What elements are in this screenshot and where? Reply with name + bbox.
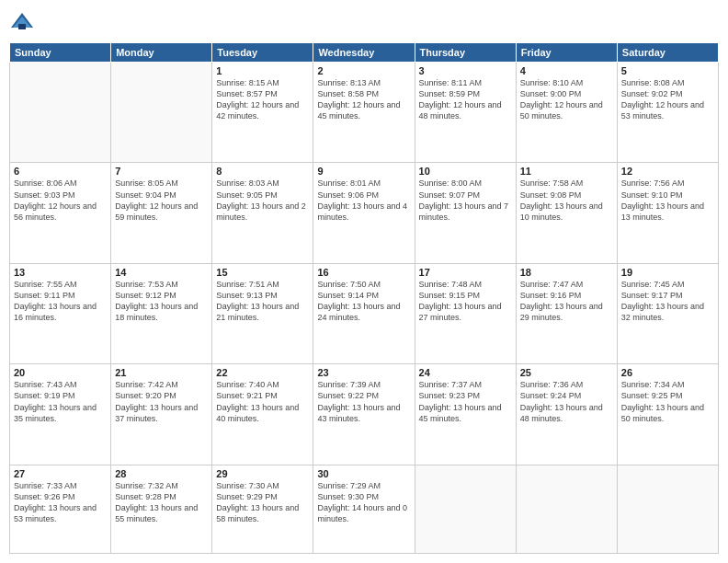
weekday-header-saturday: Saturday xyxy=(617,43,718,63)
day-number: 17 xyxy=(419,267,512,278)
calendar-cell: 21Sunrise: 7:42 AMSunset: 9:20 PMDayligh… xyxy=(111,364,212,465)
day-number: 23 xyxy=(317,367,410,378)
calendar-cell: 30Sunrise: 7:29 AMSunset: 9:30 PMDayligh… xyxy=(313,465,415,553)
calendar-cell: 10Sunrise: 8:00 AMSunset: 9:07 PMDayligh… xyxy=(415,163,516,263)
day-info: Sunrise: 7:50 AMSunset: 9:14 PMDaylight:… xyxy=(317,279,410,324)
weekday-header-row: SundayMondayTuesdayWednesdayThursdayFrid… xyxy=(10,43,719,63)
day-number: 30 xyxy=(317,468,410,479)
day-number: 18 xyxy=(520,267,613,278)
logo xyxy=(9,9,37,35)
calendar-cell xyxy=(516,465,617,553)
calendar-cell: 1Sunrise: 8:15 AMSunset: 8:57 PMDaylight… xyxy=(212,63,313,163)
header xyxy=(9,9,719,35)
day-info: Sunrise: 7:33 AMSunset: 9:26 PMDaylight:… xyxy=(14,480,107,525)
day-number: 10 xyxy=(419,166,512,177)
day-number: 4 xyxy=(520,65,613,76)
day-number: 20 xyxy=(14,367,107,378)
week-row-3: 13Sunrise: 7:55 AMSunset: 9:11 PMDayligh… xyxy=(10,263,719,363)
day-number: 27 xyxy=(14,468,107,479)
calendar-cell: 25Sunrise: 7:36 AMSunset: 9:24 PMDayligh… xyxy=(516,364,617,465)
week-row-2: 6Sunrise: 8:06 AMSunset: 9:03 PMDaylight… xyxy=(10,163,719,263)
weekday-header-friday: Friday xyxy=(516,43,617,63)
calendar-cell: 9Sunrise: 8:01 AMSunset: 9:06 PMDaylight… xyxy=(313,163,415,263)
calendar-cell: 15Sunrise: 7:51 AMSunset: 9:13 PMDayligh… xyxy=(212,263,313,363)
day-info: Sunrise: 7:51 AMSunset: 9:13 PMDaylight:… xyxy=(216,279,309,324)
day-info: Sunrise: 8:13 AMSunset: 8:58 PMDaylight:… xyxy=(317,77,410,122)
day-number: 3 xyxy=(419,65,512,76)
calendar-cell: 8Sunrise: 8:03 AMSunset: 9:05 PMDaylight… xyxy=(212,163,313,263)
day-info: Sunrise: 8:11 AMSunset: 8:59 PMDaylight:… xyxy=(419,77,512,122)
calendar-cell: 2Sunrise: 8:13 AMSunset: 8:58 PMDaylight… xyxy=(313,63,415,163)
day-info: Sunrise: 7:29 AMSunset: 9:30 PMDaylight:… xyxy=(317,480,410,525)
day-number: 8 xyxy=(216,166,309,177)
calendar-cell xyxy=(415,465,516,553)
svg-rect-3 xyxy=(18,24,26,29)
calendar-cell: 5Sunrise: 8:08 AMSunset: 9:02 PMDaylight… xyxy=(617,63,718,163)
day-info: Sunrise: 7:37 AMSunset: 9:23 PMDaylight:… xyxy=(419,379,512,424)
weekday-header-tuesday: Tuesday xyxy=(212,43,313,63)
day-info: Sunrise: 8:08 AMSunset: 9:02 PMDaylight:… xyxy=(621,77,714,122)
calendar-cell: 23Sunrise: 7:39 AMSunset: 9:22 PMDayligh… xyxy=(313,364,415,465)
day-number: 22 xyxy=(216,367,309,378)
weekday-header-thursday: Thursday xyxy=(415,43,516,63)
page: SundayMondayTuesdayWednesdayThursdayFrid… xyxy=(0,0,728,563)
day-info: Sunrise: 7:39 AMSunset: 9:22 PMDaylight:… xyxy=(317,379,410,424)
day-number: 21 xyxy=(115,367,208,378)
calendar-cell: 4Sunrise: 8:10 AMSunset: 9:00 PMDaylight… xyxy=(516,63,617,163)
day-info: Sunrise: 7:40 AMSunset: 9:21 PMDaylight:… xyxy=(216,379,309,424)
day-number: 6 xyxy=(14,166,107,177)
calendar-cell: 12Sunrise: 7:56 AMSunset: 9:10 PMDayligh… xyxy=(617,163,718,263)
day-number: 2 xyxy=(317,65,410,76)
day-number: 15 xyxy=(216,267,309,278)
day-number: 28 xyxy=(115,468,208,479)
logo-icon xyxy=(9,9,35,35)
day-number: 26 xyxy=(621,367,714,378)
calendar-cell: 28Sunrise: 7:32 AMSunset: 9:28 PMDayligh… xyxy=(111,465,212,553)
day-number: 7 xyxy=(115,166,208,177)
calendar-cell: 26Sunrise: 7:34 AMSunset: 9:25 PMDayligh… xyxy=(617,364,718,465)
calendar-cell: 29Sunrise: 7:30 AMSunset: 9:29 PMDayligh… xyxy=(212,465,313,553)
day-info: Sunrise: 8:15 AMSunset: 8:57 PMDaylight:… xyxy=(216,77,309,122)
calendar-cell: 11Sunrise: 7:58 AMSunset: 9:08 PMDayligh… xyxy=(516,163,617,263)
day-info: Sunrise: 8:00 AMSunset: 9:07 PMDaylight:… xyxy=(419,178,512,223)
calendar-cell: 6Sunrise: 8:06 AMSunset: 9:03 PMDaylight… xyxy=(10,163,111,263)
day-info: Sunrise: 7:53 AMSunset: 9:12 PMDaylight:… xyxy=(115,279,208,324)
calendar: SundayMondayTuesdayWednesdayThursdayFrid… xyxy=(9,42,719,554)
week-row-4: 20Sunrise: 7:43 AMSunset: 9:19 PMDayligh… xyxy=(10,364,719,465)
day-info: Sunrise: 8:06 AMSunset: 9:03 PMDaylight:… xyxy=(14,178,107,223)
day-info: Sunrise: 7:56 AMSunset: 9:10 PMDaylight:… xyxy=(621,178,714,223)
day-info: Sunrise: 7:55 AMSunset: 9:11 PMDaylight:… xyxy=(14,279,107,324)
day-number: 25 xyxy=(520,367,613,378)
calendar-cell: 18Sunrise: 7:47 AMSunset: 9:16 PMDayligh… xyxy=(516,263,617,363)
day-number: 29 xyxy=(216,468,309,479)
calendar-cell xyxy=(10,63,111,163)
day-number: 12 xyxy=(621,166,714,177)
day-number: 24 xyxy=(419,367,512,378)
calendar-cell xyxy=(111,63,212,163)
weekday-header-monday: Monday xyxy=(111,43,212,63)
day-number: 14 xyxy=(115,267,208,278)
day-info: Sunrise: 7:36 AMSunset: 9:24 PMDaylight:… xyxy=(520,379,613,424)
calendar-cell: 27Sunrise: 7:33 AMSunset: 9:26 PMDayligh… xyxy=(10,465,111,553)
day-number: 11 xyxy=(520,166,613,177)
day-info: Sunrise: 7:45 AMSunset: 9:17 PMDaylight:… xyxy=(621,279,714,324)
calendar-cell: 14Sunrise: 7:53 AMSunset: 9:12 PMDayligh… xyxy=(111,263,212,363)
calendar-cell: 7Sunrise: 8:05 AMSunset: 9:04 PMDaylight… xyxy=(111,163,212,263)
day-number: 9 xyxy=(317,166,410,177)
calendar-cell: 24Sunrise: 7:37 AMSunset: 9:23 PMDayligh… xyxy=(415,364,516,465)
day-number: 13 xyxy=(14,267,107,278)
weekday-header-wednesday: Wednesday xyxy=(313,43,415,63)
day-info: Sunrise: 7:43 AMSunset: 9:19 PMDaylight:… xyxy=(14,379,107,424)
day-number: 16 xyxy=(317,267,410,278)
day-number: 19 xyxy=(621,267,714,278)
calendar-cell xyxy=(617,465,718,553)
day-number: 5 xyxy=(621,65,714,76)
day-number: 1 xyxy=(216,65,309,76)
day-info: Sunrise: 8:01 AMSunset: 9:06 PMDaylight:… xyxy=(317,178,410,223)
day-info: Sunrise: 7:30 AMSunset: 9:29 PMDaylight:… xyxy=(216,480,309,525)
day-info: Sunrise: 8:10 AMSunset: 9:00 PMDaylight:… xyxy=(520,77,613,122)
calendar-cell: 13Sunrise: 7:55 AMSunset: 9:11 PMDayligh… xyxy=(10,263,111,363)
day-info: Sunrise: 7:32 AMSunset: 9:28 PMDaylight:… xyxy=(115,480,208,525)
day-info: Sunrise: 7:42 AMSunset: 9:20 PMDaylight:… xyxy=(115,379,208,424)
calendar-cell: 16Sunrise: 7:50 AMSunset: 9:14 PMDayligh… xyxy=(313,263,415,363)
